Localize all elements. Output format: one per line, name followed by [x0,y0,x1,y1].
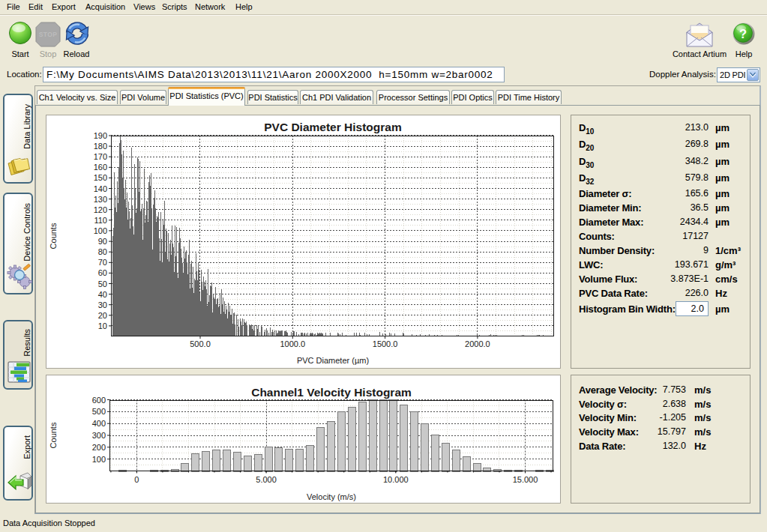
svg-text:130: 130 [94,195,107,204]
svg-text:170: 170 [94,152,107,161]
svg-text:90: 90 [98,237,107,246]
svg-text:180: 180 [94,142,107,151]
svg-text:80: 80 [98,247,107,256]
svg-text:110: 110 [94,216,107,225]
svg-text:10.000: 10.000 [383,475,409,484]
svg-text:?: ? [739,27,747,40]
svg-text:120: 120 [94,205,107,214]
svg-text:15.000: 15.000 [513,475,538,484]
svg-text:STOP: STOP [39,31,58,38]
svg-text:2000.0: 2000.0 [465,339,490,348]
svg-text:Counts: Counts [49,422,58,448]
svg-text:30: 30 [98,300,107,309]
svg-text:190: 190 [94,131,107,140]
svg-text:1000.0: 1000.0 [280,339,305,348]
svg-text:20: 20 [98,311,107,320]
svg-text:50: 50 [98,279,107,288]
svg-text:1500.0: 1500.0 [373,339,398,348]
svg-text:0: 0 [134,475,139,484]
svg-text:150: 150 [94,173,107,182]
svg-text:200: 200 [92,443,106,452]
svg-text:60: 60 [98,268,107,277]
svg-text:10: 10 [98,321,107,330]
svg-text:70: 70 [98,258,107,267]
svg-text:160: 160 [94,163,107,172]
svg-text:400: 400 [92,419,106,428]
svg-text:PVC Diameter Histogram: PVC Diameter Histogram [264,121,401,133]
svg-text:40: 40 [98,290,107,299]
svg-text:100: 100 [92,455,106,464]
svg-text:Counts: Counts [49,223,58,249]
svg-text:300: 300 [92,431,106,440]
svg-text:500.0: 500.0 [190,339,211,348]
svg-text:5.000: 5.000 [256,475,277,484]
svg-text:Channel1 Velocity Histogram: Channel1 Velocity Histogram [251,386,412,399]
svg-text:Velocity (m/s): Velocity (m/s) [307,492,356,501]
svg-text:PVC Diameter (µm): PVC Diameter (µm) [297,356,369,365]
svg-text:140: 140 [94,184,107,193]
svg-text:100: 100 [94,226,107,235]
svg-text:500: 500 [92,407,106,416]
svg-text:600: 600 [92,396,106,405]
